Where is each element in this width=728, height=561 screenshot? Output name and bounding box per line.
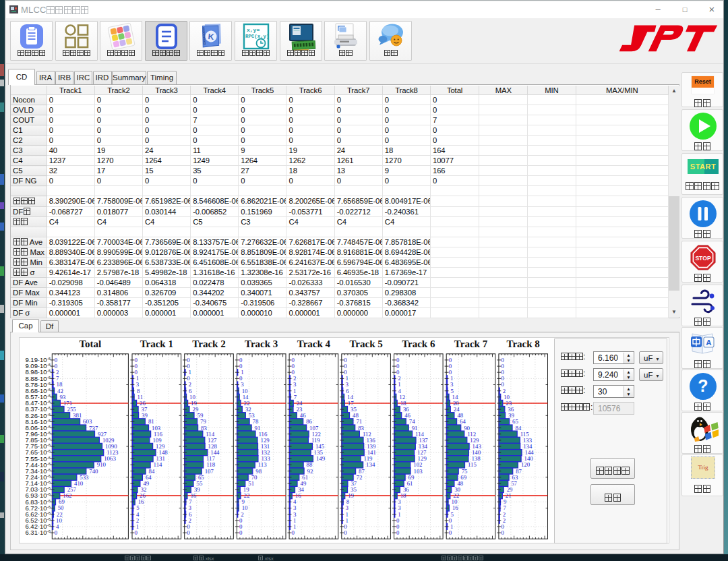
svg-text:120: 120 bbox=[521, 461, 530, 468]
svg-text:134: 134 bbox=[366, 461, 375, 468]
svg-text:A: A bbox=[706, 338, 711, 347]
svg-text:149: 149 bbox=[316, 455, 326, 462]
svg-text:0: 0 bbox=[135, 529, 138, 536]
svg-text:39: 39 bbox=[142, 412, 148, 419]
svg-text:Track 8: Track 8 bbox=[507, 338, 540, 349]
svg-text:Total: Total bbox=[79, 338, 101, 349]
svg-text:737: 737 bbox=[89, 425, 98, 432]
svg-text:72: 72 bbox=[357, 474, 363, 481]
svg-text:381: 381 bbox=[73, 412, 82, 419]
svg-text:0: 0 bbox=[187, 529, 190, 536]
svg-text:?: ? bbox=[698, 376, 708, 395]
svg-text:RPC(x,y): RPC(x,y) bbox=[245, 34, 269, 39]
svg-text:Track 4: Track 4 bbox=[297, 338, 331, 349]
svg-text:STOP: STOP bbox=[695, 255, 711, 262]
svg-text:0: 0 bbox=[55, 529, 58, 536]
svg-text:0: 0 bbox=[396, 529, 400, 536]
svg-text:103: 103 bbox=[414, 468, 423, 475]
svg-text:Track 3: Track 3 bbox=[245, 338, 278, 349]
svg-text:Track 7: Track 7 bbox=[454, 338, 488, 349]
svg-text:46: 46 bbox=[300, 412, 306, 419]
svg-text:x,y=: x,y= bbox=[247, 27, 260, 33]
svg-text:18: 18 bbox=[400, 492, 406, 499]
svg-text:0: 0 bbox=[344, 529, 347, 536]
svg-text:740: 740 bbox=[89, 468, 98, 475]
svg-text:0: 0 bbox=[239, 529, 243, 536]
svg-text:910: 910 bbox=[97, 461, 107, 468]
svg-text:0: 0 bbox=[292, 529, 295, 536]
svg-text:6.31·10-6: 6.31·10-6 bbox=[25, 529, 51, 536]
svg-text:0: 0 bbox=[449, 529, 452, 536]
svg-text:Track 5: Track 5 bbox=[349, 338, 382, 349]
svg-text:Track 2: Track 2 bbox=[192, 338, 225, 349]
svg-text:107: 107 bbox=[205, 468, 214, 475]
svg-text:115: 115 bbox=[468, 461, 477, 468]
svg-text:114: 114 bbox=[154, 461, 162, 468]
svg-text:K: K bbox=[207, 32, 214, 42]
svg-text:Track 6: Track 6 bbox=[402, 338, 435, 349]
svg-text:51: 51 bbox=[248, 480, 254, 487]
svg-text:Track 1: Track 1 bbox=[140, 338, 173, 349]
svg-text:0: 0 bbox=[501, 529, 504, 536]
